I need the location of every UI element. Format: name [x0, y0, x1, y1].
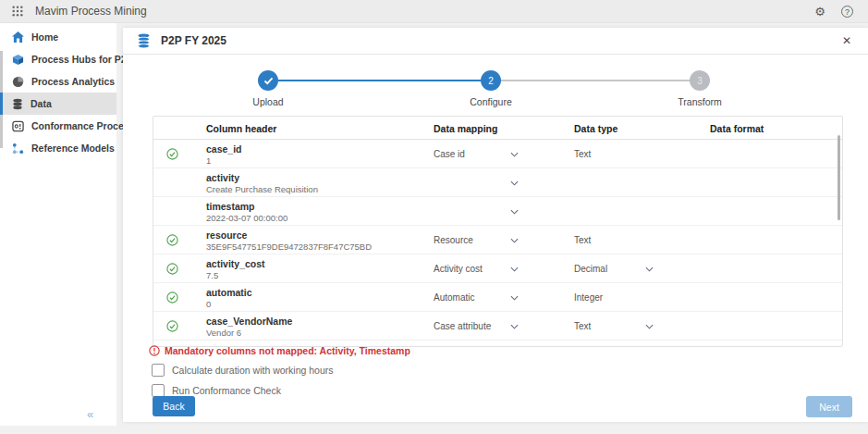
next-button[interactable]: Next — [806, 396, 852, 417]
data-mapping-value: Automatic — [434, 292, 474, 303]
column-sample-value: Create Purchase Requisition — [206, 184, 318, 194]
column-name: case_id — [206, 143, 242, 155]
step-circle-transform[interactable]: 3 — [690, 70, 710, 91]
column-sample-value: 1 — [206, 155, 211, 166]
data-type-value: Text — [574, 235, 591, 245]
option-run-conformance-check: Run Conformance Check — [152, 384, 281, 397]
data-type-dropdown[interactable]: Text — [574, 318, 655, 335]
waffle-icon[interactable] — [12, 6, 23, 17]
data-mapping-value: Resource — [434, 235, 473, 245]
table-scrollbar-thumb[interactable] — [837, 135, 840, 220]
option-calculate-duration-with-working-hours: Calculate duration with working hours — [152, 364, 334, 377]
table-row: activityCreate Purchase Requisition — [153, 168, 842, 197]
chevron-down-icon — [510, 238, 519, 243]
mapped-check-icon — [166, 263, 178, 275]
checkbox-calculate-duration-with-working-hours[interactable] — [152, 364, 165, 377]
cube-icon — [12, 54, 24, 66]
panel-header: P2P FY 2025 ✕ — [123, 28, 868, 55]
col-header-data-mapping: Data mapping — [434, 123, 497, 134]
step-configure: 2Configure — [435, 70, 546, 107]
table-row: resource35E9F547751F9DE9472837F8F47C75BD… — [153, 226, 842, 254]
panel-title: P2P FY 2025 — [161, 34, 226, 47]
step-label: Upload — [213, 96, 324, 107]
step-check-icon — [263, 77, 274, 85]
help-icon[interactable]: ? — [841, 6, 853, 18]
data-type-value: Integer — [574, 292, 603, 303]
chevron-down-icon — [510, 324, 519, 329]
warning-text: Mandatory columns not mapped: Activity, … — [165, 345, 410, 356]
chevron-down-icon — [645, 267, 654, 272]
column-sample-value: 35E9F547751F9DE9472837F8F47C75BD — [206, 242, 372, 252]
column-name: resource — [206, 229, 247, 241]
mapped-check-icon — [166, 234, 178, 246]
sidebar-item-conformance-processes[interactable]: Conformance Processes — [0, 115, 116, 137]
chevron-down-icon — [510, 295, 519, 301]
sidebar-item-label: Reference Models — [31, 143, 115, 154]
option-label: Calculate duration with working hours — [172, 365, 334, 376]
sidebar-item-home[interactable]: Home — [0, 26, 116, 48]
top-app-bar: Mavim Process Mining ⚙ ? — [0, 0, 868, 23]
col-header-column-header: Column header — [206, 123, 276, 134]
col-header-data-format: Data format — [710, 123, 764, 134]
checkbox-run-conformance-check[interactable] — [152, 384, 165, 397]
sidebar-collapse-icon[interactable]: « — [87, 407, 93, 421]
data-mapping-value: Case attribute — [434, 321, 491, 331]
warning-icon — [149, 345, 160, 356]
data-mapping-value: Activity cost — [434, 264, 483, 274]
column-name: case_VendorName — [206, 316, 292, 327]
sidebar-nav: HomeProcess Hubs for P2PProcess Analytic… — [0, 23, 116, 159]
step-circle-configure[interactable]: 2 — [481, 70, 501, 91]
column-sample-value: 0 — [206, 299, 211, 309]
column-name: activity_cost — [206, 258, 265, 269]
column-sample-value: 2022-03-07 00:00:00 — [206, 213, 287, 223]
table-body: case_id1Case idTextactivityCreate Purcha… — [153, 140, 842, 347]
data-mapping-dropdown[interactable] — [434, 175, 521, 192]
conformance-icon — [12, 120, 24, 132]
data-type-dropdown[interactable]: Decimal — [574, 261, 655, 278]
option-label: Run Conformance Check — [172, 385, 281, 396]
sidebar-item-label: Process Hubs for P2P — [31, 54, 133, 65]
chevron-down-icon — [510, 209, 519, 215]
step-label: Configure — [435, 96, 546, 107]
data-mapping-dropdown[interactable]: Resource — [434, 232, 521, 249]
mapped-check-icon — [166, 320, 178, 332]
reference-models-icon — [12, 143, 24, 155]
table-row: automatic0AutomaticInteger — [153, 283, 842, 312]
database-title-icon — [137, 33, 151, 48]
table-row: case_id1Case idText — [153, 140, 842, 168]
sidebar-item-data[interactable]: Data — [0, 93, 116, 115]
data-mapping-dropdown[interactable]: Case attribute — [434, 318, 521, 335]
data-mapping-dropdown[interactable]: Activity cost — [434, 261, 521, 278]
data-type-value: Text — [574, 321, 591, 331]
sidebar: HomeProcess Hubs for P2PProcess Analytic… — [0, 23, 116, 426]
sidebar-item-label: Home — [31, 31, 58, 43]
column-name: automatic — [206, 287, 252, 298]
column-name: activity — [206, 172, 239, 183]
step-circle-upload[interactable] — [258, 70, 278, 91]
table-header-row: Column header Data mapping Data type Dat… — [153, 117, 842, 140]
close-icon[interactable]: ✕ — [842, 35, 851, 46]
sidebar-item-reference-models[interactable]: Reference Models — [0, 137, 116, 159]
table-row: activity_cost7.5Activity costDecimal — [153, 254, 842, 283]
column-name: timestamp — [206, 201, 255, 212]
sidebar-item-process-hubs-for-p2p[interactable]: Process Hubs for P2P — [0, 48, 116, 70]
sidebar-item-label: Data — [31, 98, 52, 109]
data-mapping-dropdown[interactable] — [434, 204, 521, 220]
database-icon — [12, 98, 23, 110]
chevron-down-icon — [510, 152, 519, 157]
sidebar-item-process-analytics[interactable]: Process Analytics — [0, 70, 116, 93]
app-title: Mavim Process Mining — [35, 5, 147, 18]
data-mapping-value: Case id — [434, 149, 465, 159]
column-sample-value: Vendor 6 — [206, 328, 241, 338]
table-row: timestamp2022-03-07 00:00:00 — [153, 197, 842, 226]
mandatory-columns-warning: Mandatory columns not mapped: Activity, … — [149, 345, 410, 356]
data-mapping-dropdown[interactable]: Case id — [434, 146, 521, 163]
configure-dataset-panel: P2P FY 2025 ✕ Upload2Configure3Transform… — [123, 28, 868, 422]
chevron-down-icon — [510, 267, 519, 272]
back-button[interactable]: Back — [153, 396, 195, 416]
table-row: case_VendorNameVendor 6Case attributeTex… — [153, 312, 842, 341]
column-mapping-table: Column header Data mapping Data type Dat… — [153, 116, 843, 347]
data-mapping-dropdown[interactable]: Automatic — [434, 290, 521, 306]
data-type-value: Decimal — [574, 264, 607, 274]
pie-chart-icon — [12, 76, 24, 88]
